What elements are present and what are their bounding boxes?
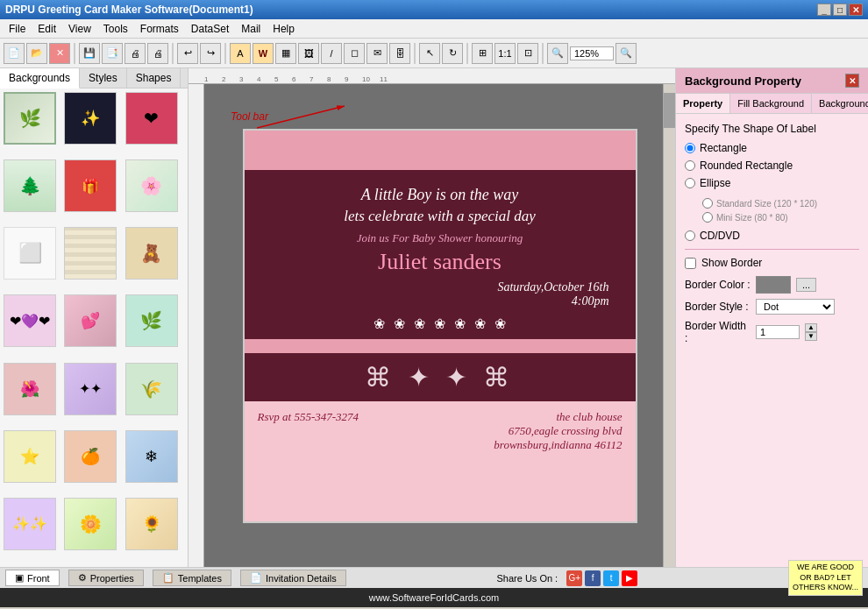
show-border-row: Show Border <box>685 257 859 269</box>
maximize-button[interactable]: □ <box>833 4 847 16</box>
border-color-label: Border Color : <box>685 279 751 291</box>
vertical-scrollbar[interactable] <box>663 84 675 567</box>
border-style-select[interactable]: Solid Dot Dash DashDot <box>756 299 835 315</box>
rotate-button[interactable]: ↻ <box>442 43 463 64</box>
image-button[interactable]: 🖼 <box>298 43 319 64</box>
tab-invitation-details[interactable]: 📄 Invitation Details <box>240 570 346 586</box>
wordart-button[interactable]: W <box>253 43 274 64</box>
save-button[interactable]: 💾 <box>79 43 100 64</box>
radio-ellipse-input[interactable] <box>685 178 695 188</box>
thumb-4[interactable]: 🌲 <box>4 159 56 212</box>
thumb-13[interactable]: 🌺 <box>4 363 56 415</box>
border-color-picker-button[interactable]: ... <box>796 278 816 292</box>
email-button[interactable]: ✉ <box>366 43 388 64</box>
menu-help[interactable]: Help <box>267 21 300 37</box>
thumb-15[interactable]: 🌾 <box>125 363 178 415</box>
redo-button[interactable]: ↪ <box>200 43 221 64</box>
thumb-12[interactable]: 🌿 <box>125 294 178 347</box>
social-facebook[interactable]: f <box>585 570 601 586</box>
border-color-swatch[interactable] <box>756 276 791 294</box>
db-button[interactable]: 🗄 <box>389 43 410 64</box>
thumb-21[interactable]: 🌻 <box>125 498 178 550</box>
menu-edit[interactable]: Edit <box>32 21 61 37</box>
radio-rounded-input[interactable] <box>685 160 695 171</box>
ellipse-standard-input[interactable] <box>702 198 713 209</box>
tab-bg-effects[interactable]: Background Effects <box>812 94 868 113</box>
tab-property[interactable]: Property <box>676 94 730 113</box>
divider-1 <box>685 249 859 250</box>
menu-view[interactable]: View <box>63 21 96 37</box>
shape-button[interactable]: ◻ <box>344 43 365 64</box>
ruler-mark: 2 <box>222 75 239 83</box>
thumb-20[interactable]: 🌼 <box>64 498 117 550</box>
thumb-2[interactable]: ✨ <box>64 92 117 145</box>
thumb-8[interactable] <box>64 227 117 280</box>
tab-styles[interactable]: Styles <box>80 68 127 88</box>
deco-1: ❀ <box>374 315 385 332</box>
menu-dataset[interactable]: DataSet <box>186 21 234 37</box>
border-width-spinner: ▲ ▼ <box>805 323 817 341</box>
menu-formats[interactable]: Formats <box>135 21 184 37</box>
ellipse-mini-input[interactable] <box>702 212 713 223</box>
save-as-button[interactable]: 📑 <box>102 43 123 64</box>
thumb-10[interactable]: ❤💜❤ <box>4 294 56 347</box>
social-youtube[interactable]: ▶ <box>622 570 637 586</box>
thumb-5[interactable]: 🎁 <box>64 159 117 212</box>
thumb-16[interactable]: ⭐ <box>4 430 56 483</box>
line-button[interactable]: / <box>321 43 342 64</box>
text-button[interactable]: A <box>230 43 251 64</box>
card-address: the club house 6750,eagle crossing blvd … <box>494 410 622 452</box>
close-doc-button[interactable]: ✕ <box>49 43 70 64</box>
open-button[interactable]: 📂 <box>26 43 47 64</box>
barcode-button[interactable]: ▦ <box>275 43 296 64</box>
show-border-checkbox[interactable] <box>685 258 696 269</box>
undo-button[interactable]: ↩ <box>177 43 198 64</box>
menu-tools[interactable]: Tools <box>98 21 133 37</box>
zoom-out-button[interactable]: 🔍 <box>547 43 568 64</box>
social-twitter[interactable]: t <box>603 570 619 586</box>
tab-shapes[interactable]: Shapes <box>127 68 181 88</box>
print-preview-button[interactable]: 🖨 <box>125 43 146 64</box>
thumb-7[interactable]: ⬜ <box>4 227 56 280</box>
size-button[interactable]: 1:1 <box>494 43 516 64</box>
fit-button[interactable]: ⊡ <box>517 43 538 64</box>
social-icons: G+ f t ▶ <box>566 570 637 586</box>
menu-file[interactable]: File <box>4 21 31 37</box>
invitation-details-label: Invitation Details <box>266 573 337 584</box>
border-width-input[interactable] <box>756 325 800 339</box>
thumb-19[interactable]: ✨✨ <box>4 498 56 550</box>
thumb-3[interactable]: ❤ <box>125 92 178 145</box>
close-button[interactable]: ✕ <box>849 4 863 16</box>
thumb-11[interactable]: 💕 <box>64 294 117 347</box>
social-google[interactable]: G+ <box>566 570 582 586</box>
we-are-box[interactable]: WE ARE GOODOR BAD? LETOTHERS KNOW... <box>788 560 863 596</box>
radio-ellipse-label: Ellipse <box>700 177 730 189</box>
spin-down-button[interactable]: ▼ <box>805 332 817 341</box>
card-text-line2: lets celebrate with a special day <box>262 206 618 227</box>
grid-button[interactable]: ⊞ <box>472 43 493 64</box>
panel-close-button[interactable]: ✕ <box>845 74 859 88</box>
new-button[interactable]: 📄 <box>4 43 25 64</box>
tab-fill-bg[interactable]: Fill Background <box>730 94 812 113</box>
tab-front[interactable]: ▣ Front <box>5 570 60 586</box>
thumb-1[interactable]: 🌿 <box>4 92 56 145</box>
print-button[interactable]: 🖨 <box>147 43 168 64</box>
tab-templates[interactable]: 📋 Templates <box>153 570 231 586</box>
right-panel-body: Specify The Shape Of Label Rectangle Rou… <box>676 114 868 358</box>
tab-properties[interactable]: ⚙ Properties <box>68 570 144 586</box>
card-bottom-dark: ⌘ ✦ ✦ ⌘ <box>245 353 636 401</box>
thumb-14[interactable]: ✦✦ <box>64 363 117 415</box>
spin-up-button[interactable]: ▲ <box>805 323 817 332</box>
zoom-in-button[interactable]: 🔍 <box>615 43 637 64</box>
thumb-9[interactable]: 🧸 <box>125 227 178 280</box>
radio-cddvd-input[interactable] <box>685 230 695 241</box>
thumb-6[interactable]: 🌸 <box>125 159 178 212</box>
tab-backgrounds[interactable]: Backgrounds <box>0 68 80 89</box>
scrollbar-thumb[interactable] <box>664 93 675 128</box>
radio-rectangle-input[interactable] <box>685 143 695 153</box>
thumb-18[interactable]: ❄ <box>125 430 178 483</box>
menu-mail[interactable]: Mail <box>236 21 266 37</box>
thumb-17[interactable]: 🍊 <box>64 430 117 483</box>
minimize-button[interactable]: _ <box>817 4 831 16</box>
arrow-button[interactable]: ↖ <box>419 43 440 64</box>
